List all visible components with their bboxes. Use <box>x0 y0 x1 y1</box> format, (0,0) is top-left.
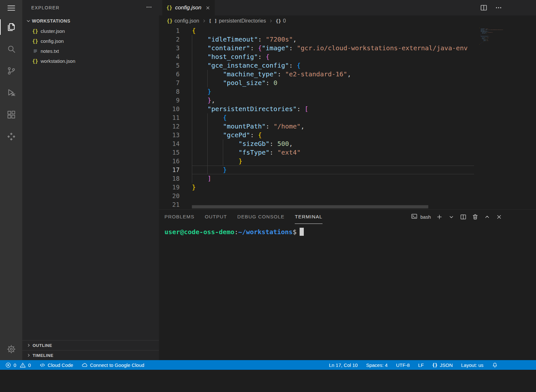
workspace-section-label: WORKSTATIONS <box>32 18 70 24</box>
indent-guide <box>192 44 192 53</box>
activity-cloud-code[interactable] <box>0 126 22 148</box>
trash-icon[interactable] <box>472 214 479 220</box>
indent-guide <box>207 79 208 87</box>
editor-tab[interactable]: {} config.json <box>162 0 215 15</box>
vscode-workbench: EXPLORER WORKSTATIONS {}cluster.json{}co… <box>0 0 536 360</box>
json-file-icon: {} <box>32 28 38 34</box>
section-timeline[interactable]: TIMELINE <box>22 350 159 360</box>
panel-tab-problems[interactable]: PROBLEMS <box>164 210 194 224</box>
maximize-panel-icon[interactable] <box>484 214 491 220</box>
breadcrumb-item-persistentdirectories[interactable]: [ ]persistentDirectories <box>209 18 266 24</box>
explorer-icon <box>6 22 16 32</box>
panel-tab-terminal[interactable]: TERMINAL <box>295 210 322 224</box>
activity-run-debug[interactable] <box>0 82 22 104</box>
workspace-section-header[interactable]: WORKSTATIONS <box>22 15 159 26</box>
file-row-cluster-json[interactable]: {}cluster.json <box>22 26 159 36</box>
activity-extensions[interactable] <box>0 104 22 126</box>
section-label: OUTLINE <box>33 343 52 348</box>
panel-actions: bash <box>411 210 536 224</box>
status-label: UTF-8 <box>396 362 410 368</box>
line-number: 1 <box>159 26 192 35</box>
status-label: Connect to Google Cloud <box>90 362 144 368</box>
indent-guide <box>207 148 208 157</box>
breadcrumb-item-config-json[interactable]: {}config.json <box>167 18 199 24</box>
indent-guide <box>223 139 223 148</box>
indent-guide <box>192 174 192 183</box>
panel-tab-output[interactable]: OUTPUT <box>205 210 227 224</box>
terminal-prompt-symbol: $ <box>293 228 296 236</box>
status-ln-17-col-10[interactable]: Ln 17, Col 10 <box>329 360 358 370</box>
status-bell-icon[interactable] <box>492 360 498 370</box>
code-icon <box>39 362 45 368</box>
panel-tabs: PROBLEMSOUTPUTDEBUG CONSOLETERMINAL <box>164 210 333 224</box>
status-lf[interactable]: LF <box>418 360 424 370</box>
dropdown-chevron-icon[interactable] <box>448 214 455 220</box>
indent-guide <box>192 122 192 131</box>
indent-guide <box>192 113 192 122</box>
breadcrumb: {}config.json[ ]persistentDirectories{}0 <box>159 15 536 26</box>
terminal-content[interactable]: user@code-oss-demo:~/workstations$ <box>159 224 536 360</box>
new-terminal-icon[interactable] <box>436 214 443 220</box>
json-file-icon: {} <box>32 58 38 64</box>
activity-explorer[interactable] <box>0 16 22 38</box>
bell-icon <box>492 362 498 368</box>
terminal-cwd: ~/workstations <box>238 228 293 236</box>
split-panel-icon[interactable] <box>460 214 467 220</box>
indent-guide <box>207 131 208 139</box>
indent-guide <box>192 53 192 61</box>
horizontal-scrollbar[interactable] <box>192 205 428 208</box>
code-editor[interactable]: 1{2 "idleTimeout": "7200s",3 "container"… <box>159 26 536 209</box>
breadcrumb-separator-icon <box>202 18 207 24</box>
chevron-right-icon <box>26 343 31 348</box>
terminal-shell-select[interactable]: bash <box>411 213 431 221</box>
run-debug-icon <box>6 88 16 98</box>
indent-guide <box>207 122 208 131</box>
indent-guide <box>192 35 192 44</box>
file-list: {}cluster.json{}config.jsonnotes.txt{}wo… <box>22 26 159 66</box>
activity-search[interactable] <box>0 38 22 60</box>
file-row-notes-txt[interactable]: notes.txt <box>22 46 159 56</box>
minimap[interactable]: { "idleTimeout": "7200s", "container": {… <box>477 26 536 209</box>
warning-icon <box>20 362 26 368</box>
sidebar-title: EXPLORER <box>31 5 59 10</box>
file-name: workstation.json <box>41 58 75 64</box>
close-icon[interactable] <box>205 5 211 11</box>
panel-header: PROBLEMSOUTPUTDEBUG CONSOLETERMINAL bash <box>159 210 536 224</box>
status-bar-right: Ln 17, Col 10Spaces: 4UTF-8LF{}JSONLayou… <box>329 360 498 370</box>
indent-guide <box>192 61 192 70</box>
section-label: TIMELINE <box>33 353 54 358</box>
symbol-object-icon: {} <box>276 18 281 24</box>
split-editor-icon[interactable] <box>480 4 488 12</box>
status-json[interactable]: {}JSON <box>432 360 453 370</box>
editor-tab-bar: {} config.json <box>159 0 536 15</box>
line-number: 9 <box>159 96 192 105</box>
status-problems[interactable]: 00 <box>5 360 31 370</box>
indent-guide <box>192 157 192 166</box>
status-layout-us[interactable]: Layout: us <box>461 360 483 370</box>
status-spaces-4[interactable]: Spaces: 4 <box>366 360 388 370</box>
line-number: 17 <box>159 166 192 174</box>
status-utf-8[interactable]: UTF-8 <box>396 360 410 370</box>
line-number: 8 <box>159 87 192 96</box>
file-row-config-json[interactable]: {}config.json <box>22 36 159 46</box>
activity-source-control[interactable] <box>0 60 22 82</box>
status-connect-to-google-cloud[interactable]: Connect to Google Cloud <box>82 360 144 370</box>
line-number: 15 <box>159 148 192 157</box>
json-file-icon: {} <box>166 5 172 11</box>
more-actions-icon[interactable] <box>495 4 502 12</box>
indent-guide <box>207 166 208 174</box>
activity-settings[interactable] <box>0 338 22 360</box>
section-outline[interactable]: OUTLINE <box>22 340 159 350</box>
more-actions-icon[interactable] <box>145 4 153 12</box>
tab-bar-empty <box>215 0 480 15</box>
close-panel-icon[interactable] <box>496 214 502 220</box>
breadcrumb-item-0[interactable]: {}0 <box>276 18 286 24</box>
sidebar-empty-space <box>22 66 159 340</box>
chevron-right-icon <box>26 353 31 358</box>
file-row-workstation-json[interactable]: {}workstation.json <box>22 56 159 66</box>
indent-guide <box>207 70 208 79</box>
editor-area: {} config.json {}config.json[ ]persisten… <box>159 0 536 360</box>
status-cloud-code[interactable]: Cloud Code <box>39 360 73 370</box>
panel-tab-debug-console[interactable]: DEBUG CONSOLE <box>237 210 284 224</box>
activity-menu[interactable] <box>0 0 22 16</box>
